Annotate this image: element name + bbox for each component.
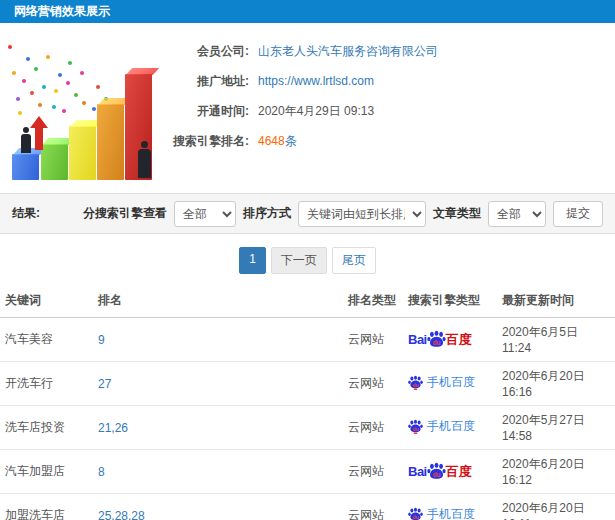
businessman-figure bbox=[23, 127, 29, 133]
last-page-button[interactable]: 尾页 bbox=[332, 247, 376, 274]
rank-link[interactable]: 21,26 bbox=[93, 406, 343, 450]
engine-type-cell: du手机百度 bbox=[403, 362, 497, 406]
col-header-keyword: 关键词 bbox=[0, 286, 93, 318]
keyword-rank-table: 关键词 排名 排名类型 搜索引擎类型 最新更新时间 汽车美容9云网站Baidu百… bbox=[0, 286, 615, 520]
baidu-paw-icon: du bbox=[408, 419, 423, 434]
confetti-dots bbox=[8, 45, 12, 49]
baidu-paw-icon: du bbox=[427, 330, 446, 349]
open-time-value: 2020年4月29日 09:13 bbox=[258, 103, 374, 120]
keyword-cell: 洗车店投资 bbox=[0, 406, 93, 450]
info-list: 会员公司: 山东老人头汽车服务咨询有限公司 推广地址: https://www.… bbox=[165, 35, 615, 193]
businessman-figure bbox=[138, 149, 151, 178]
info-row-open-time: 开通时间: 2020年4月29日 09:13 bbox=[165, 103, 615, 120]
rank-type-cell: 云网站 bbox=[343, 494, 403, 520]
updated-time-cell: 2020年5月27日 14:58 bbox=[497, 406, 615, 450]
updated-time-cell: 2020年6月5日 11:24 bbox=[497, 318, 615, 362]
updated-time-cell: 2020年6月20日 16:12 bbox=[497, 450, 615, 494]
next-page-button[interactable]: 下一页 bbox=[271, 247, 327, 274]
article-type-label: 文章类型 bbox=[433, 205, 481, 222]
baidu-paw-icon: du bbox=[408, 375, 423, 390]
submit-button[interactable]: 提交 bbox=[553, 201, 603, 227]
svg-text:du: du bbox=[432, 471, 440, 478]
table-row: 加盟洗车店25,28,28云网站du手机百度2020年6月20日 16:11 bbox=[0, 494, 615, 520]
engine-filter-select[interactable]: 全部 bbox=[174, 201, 236, 227]
table-row: 汽车美容9云网站Baidu百度2020年6月5日 11:24 bbox=[0, 318, 615, 362]
engine-type-cell: Baidu百度 bbox=[403, 450, 497, 494]
baidu-mobile-logo: du手机百度 bbox=[408, 374, 475, 391]
table-row: 汽车加盟店8云网站Baidu百度2020年6月20日 16:12 bbox=[0, 450, 615, 494]
table-row: 洗车店投资21,26云网站du手机百度2020年5月27日 14:58 bbox=[0, 406, 615, 450]
filter-controls: 分搜索引擎查看 全部 排序方式 关键词由短到长排序 文章类型 全部 提交 bbox=[83, 201, 603, 227]
company-name-link[interactable]: 山东老人头汽车服务咨询有限公司 bbox=[258, 43, 438, 60]
rank-link[interactable]: 25,28,28 bbox=[93, 494, 343, 520]
chart-bar bbox=[97, 104, 124, 180]
open-time-label: 开通时间: bbox=[165, 103, 249, 120]
sort-filter-select[interactable]: 关键词由短到长排序 bbox=[298, 201, 426, 227]
table-row: 开洗车行27云网站du手机百度2020年6月20日 16:16 bbox=[0, 362, 615, 406]
rank-type-cell: 云网站 bbox=[343, 450, 403, 494]
page-number-current[interactable]: 1 bbox=[239, 247, 266, 274]
engine-type-cell: Baidu百度 bbox=[403, 318, 497, 362]
info-row-company: 会员公司: 山东老人头汽车服务咨询有限公司 bbox=[165, 43, 615, 60]
info-row-rank-count: 搜索引擎排名: 4648条 bbox=[165, 133, 615, 150]
rank-count-unit: 条 bbox=[285, 134, 297, 148]
svg-text:du: du bbox=[412, 382, 418, 388]
updated-time-cell: 2020年6月20日 16:11 bbox=[497, 494, 615, 520]
engine-rank-label: 搜索引擎排名: bbox=[165, 133, 249, 150]
col-header-rank: 排名 bbox=[93, 286, 343, 318]
businessman-figure bbox=[21, 134, 31, 153]
businessman-figure bbox=[141, 141, 148, 148]
keyword-cell: 加盟洗车店 bbox=[0, 494, 93, 520]
rank-count-value: 4648 bbox=[258, 134, 285, 148]
svg-text:du: du bbox=[432, 339, 440, 346]
engine-filter-label: 分搜索引擎查看 bbox=[83, 205, 167, 222]
baidu-paw-icon: du bbox=[427, 462, 446, 481]
info-row-url: 推广地址: https://www.lrtlsd.com bbox=[165, 73, 615, 90]
rank-type-cell: 云网站 bbox=[343, 406, 403, 450]
header-bar: 网络营销效果展示 bbox=[0, 0, 615, 23]
keyword-cell: 汽车加盟店 bbox=[0, 450, 93, 494]
rank-link[interactable]: 27 bbox=[93, 362, 343, 406]
col-header-engine-type: 搜索引擎类型 bbox=[403, 286, 497, 318]
bar-chart-illustration bbox=[0, 35, 165, 190]
rank-link[interactable]: 8 bbox=[93, 450, 343, 494]
engine-type-cell: du手机百度 bbox=[403, 494, 497, 520]
up-arrow-icon bbox=[35, 127, 43, 150]
baidu-pc-logo: Baidu百度 bbox=[408, 330, 472, 349]
keyword-cell: 开洗车行 bbox=[0, 362, 93, 406]
company-info-section: 会员公司: 山东老人头汽车服务咨询有限公司 推广地址: https://www.… bbox=[0, 23, 615, 193]
rank-type-cell: 云网站 bbox=[343, 362, 403, 406]
pagination: 1 下一页 尾页 bbox=[0, 247, 615, 274]
company-label: 会员公司: bbox=[165, 43, 249, 60]
rank-type-cell: 云网站 bbox=[343, 318, 403, 362]
chart-bar bbox=[41, 144, 68, 180]
table-header-row: 关键词 排名 排名类型 搜索引擎类型 最新更新时间 bbox=[0, 286, 615, 318]
article-type-select[interactable]: 全部 bbox=[488, 201, 546, 227]
sort-filter-label: 排序方式 bbox=[243, 205, 291, 222]
baidu-mobile-logo: du手机百度 bbox=[408, 506, 475, 520]
engine-type-cell: du手机百度 bbox=[403, 406, 497, 450]
chart-bar bbox=[12, 154, 39, 180]
promo-url-label: 推广地址: bbox=[165, 73, 249, 90]
svg-text:du: du bbox=[412, 514, 418, 520]
page-title: 网络营销效果展示 bbox=[14, 3, 110, 20]
baidu-paw-icon: du bbox=[408, 507, 423, 520]
svg-text:du: du bbox=[412, 426, 418, 432]
result-label: 结果: bbox=[12, 205, 40, 222]
chart-bar bbox=[69, 126, 96, 180]
updated-time-cell: 2020年6月20日 16:16 bbox=[497, 362, 615, 406]
baidu-pc-logo: Baidu百度 bbox=[408, 462, 472, 481]
keyword-cell: 汽车美容 bbox=[0, 318, 93, 362]
promo-url-link[interactable]: https://www.lrtlsd.com bbox=[258, 74, 374, 88]
filter-bar: 结果: 分搜索引擎查看 全部 排序方式 关键词由短到长排序 文章类型 全部 提交 bbox=[0, 193, 615, 234]
rank-link[interactable]: 9 bbox=[93, 318, 343, 362]
col-header-rank-type: 排名类型 bbox=[343, 286, 403, 318]
col-header-updated: 最新更新时间 bbox=[497, 286, 615, 318]
baidu-mobile-logo: du手机百度 bbox=[408, 418, 475, 435]
